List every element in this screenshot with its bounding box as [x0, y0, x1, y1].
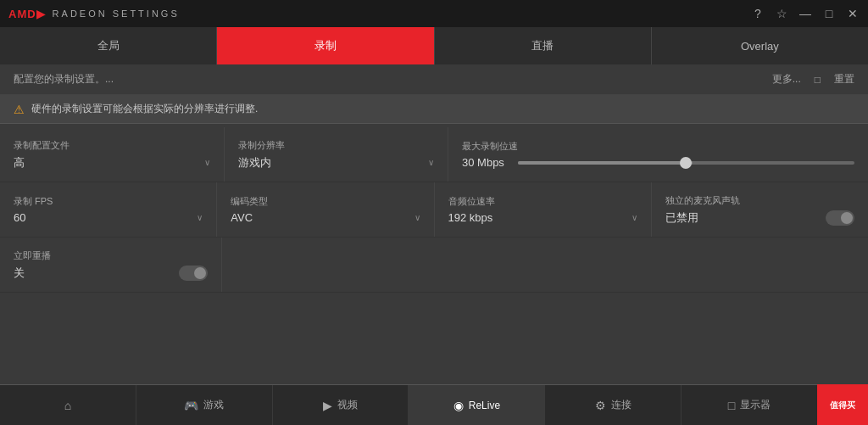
star-button[interactable]: ☆	[775, 7, 788, 20]
settings-row-2: 录制 FPS 60 ∨ 编码类型 AVC ∨ 音频位速率 192 kbps ∨ …	[0, 182, 868, 238]
chevron-down-icon: ∨	[428, 158, 434, 167]
record-resolution-label: 录制分辨率	[238, 139, 435, 152]
record-fps-value[interactable]: 60 ∨	[14, 211, 203, 224]
record-fps-cell: 录制 FPS 60 ∨	[0, 182, 217, 237]
codec-type-cell: 编码类型 AVC ∨	[217, 182, 434, 237]
toggle-thumb	[841, 212, 853, 224]
subheader-description: 配置您的录制设置。...	[14, 72, 114, 87]
settings-row-1: 录制配置文件 高 ∨ 录制分辨率 游戏内 ∨ 最大录制位速 30 Mbps	[0, 127, 868, 182]
close-button[interactable]: ✕	[846, 7, 860, 20]
slider-fill	[518, 161, 693, 165]
instant-replay-value: 关	[14, 266, 208, 281]
nav-gaming[interactable]: 🎮 游戏	[136, 385, 273, 425]
mic-track-value: 已禁用	[665, 210, 854, 226]
nav-relive[interactable]: ◉ ReLive	[409, 385, 545, 425]
chevron-down-icon: ∨	[415, 213, 420, 222]
codec-type-value[interactable]: AVC ∨	[231, 211, 420, 224]
title-bar-controls: ? ☆ — □ ✕	[751, 7, 860, 20]
nav-video[interactable]: ▶ 视频	[273, 385, 409, 425]
bitrate-slider[interactable]	[511, 161, 854, 165]
instant-replay-cell: 立即重播 关	[0, 238, 222, 292]
max-bitrate-cell: 最大录制位速 30 Mbps	[448, 127, 868, 182]
record-resolution-cell: 录制分辨率 游戏内 ∨	[225, 127, 449, 182]
toggle-thumb	[194, 267, 206, 279]
chevron-down-icon: ∨	[632, 213, 637, 222]
max-bitrate-label: 最大录制位速	[462, 140, 854, 153]
warning-bar: ⚠ 硬件的录制设置可能会根据实际的分辨率进行调整.	[0, 95, 868, 124]
title-bar-left: AMD▶ RADEON SETTINGS	[8, 8, 180, 20]
subheader-actions: 更多... □ 重置	[772, 72, 854, 87]
record-fps-label: 录制 FPS	[14, 195, 203, 208]
mic-track-label: 独立的麦克风声轨	[665, 194, 854, 207]
warning-icon: ⚠	[14, 103, 25, 116]
record-resolution-value[interactable]: 游戏内 ∨	[238, 155, 435, 171]
settings-area: 录制配置文件 高 ∨ 录制分辨率 游戏内 ∨ 最大录制位速 30 Mbps	[0, 124, 868, 296]
slider-track	[518, 161, 854, 165]
empty-space	[222, 238, 868, 292]
instant-replay-label: 立即重播	[14, 249, 208, 262]
mic-track-cell: 独立的麦克风声轨 已禁用	[652, 182, 868, 237]
settings-row-3: 立即重播 关	[0, 238, 868, 293]
video-icon: ▶	[323, 399, 332, 412]
nav-video-label: 视频	[337, 398, 358, 412]
nav-connect[interactable]: ⚙ 连接	[545, 385, 682, 425]
layout-icon: □	[815, 74, 821, 86]
audio-bitrate-label: 音频位速率	[448, 195, 637, 208]
app-title: RADEON SETTINGS	[53, 8, 180, 19]
tab-bar: 全局 录制 直播 Overlay	[0, 27, 868, 64]
tab-recording[interactable]: 录制	[217, 27, 434, 64]
mic-track-toggle[interactable]	[826, 210, 854, 226]
more-button[interactable]: 更多...	[772, 72, 801, 87]
minimize-button[interactable]: —	[798, 7, 812, 20]
record-profile-value[interactable]: 高 ∨	[14, 155, 210, 171]
connect-icon: ⚙	[595, 399, 606, 412]
chevron-down-icon: ∨	[204, 158, 210, 167]
audio-bitrate-cell: 音频位速率 192 kbps ∨	[435, 182, 652, 237]
warning-text: 硬件的录制设置可能会根据实际的分辨率进行调整.	[31, 102, 258, 116]
relive-icon: ◉	[453, 399, 464, 412]
home-icon: ⌂	[64, 399, 71, 412]
tab-quanjian[interactable]: 全局	[0, 27, 217, 64]
slider-thumb[interactable]	[680, 157, 692, 169]
nav-connect-label: 连接	[611, 398, 632, 412]
record-profile-cell: 录制配置文件 高 ∨	[0, 127, 225, 182]
nav-gaming-label: 游戏	[203, 398, 224, 412]
corner-badge: 值得买	[817, 384, 868, 425]
maximize-button[interactable]: □	[822, 7, 836, 20]
nav-relive-label: ReLive	[469, 400, 500, 411]
nav-display[interactable]: □ 显示器	[682, 385, 817, 425]
sub-header: 配置您的录制设置。... 更多... □ 重置	[0, 64, 868, 95]
display-icon: □	[728, 399, 735, 412]
chevron-down-icon: ∨	[197, 213, 203, 222]
nav-home[interactable]: ⌂	[0, 385, 136, 425]
audio-bitrate-value[interactable]: 192 kbps ∨	[448, 211, 637, 224]
tab-overlay[interactable]: Overlay	[652, 27, 868, 64]
nav-display-label: 显示器	[740, 398, 771, 412]
amd-logo: AMD▶	[8, 8, 46, 20]
record-profile-label: 录制配置文件	[14, 139, 210, 152]
bottom-nav: ⌂ 🎮 游戏 ▶ 视频 ◉ ReLive ⚙ 连接 □ 显示器	[0, 384, 868, 425]
codec-type-label: 编码类型	[231, 195, 420, 208]
instant-replay-toggle[interactable]	[179, 266, 208, 281]
tab-streaming[interactable]: 直播	[435, 27, 652, 64]
gaming-icon: 🎮	[184, 399, 198, 412]
help-button[interactable]: ?	[751, 7, 765, 20]
badge-text: 值得买	[830, 400, 855, 411]
title-bar: AMD▶ RADEON SETTINGS ? ☆ — □ ✕	[0, 0, 868, 27]
max-bitrate-value: 30 Mbps	[462, 156, 854, 169]
reset-button[interactable]: 重置	[834, 72, 854, 87]
